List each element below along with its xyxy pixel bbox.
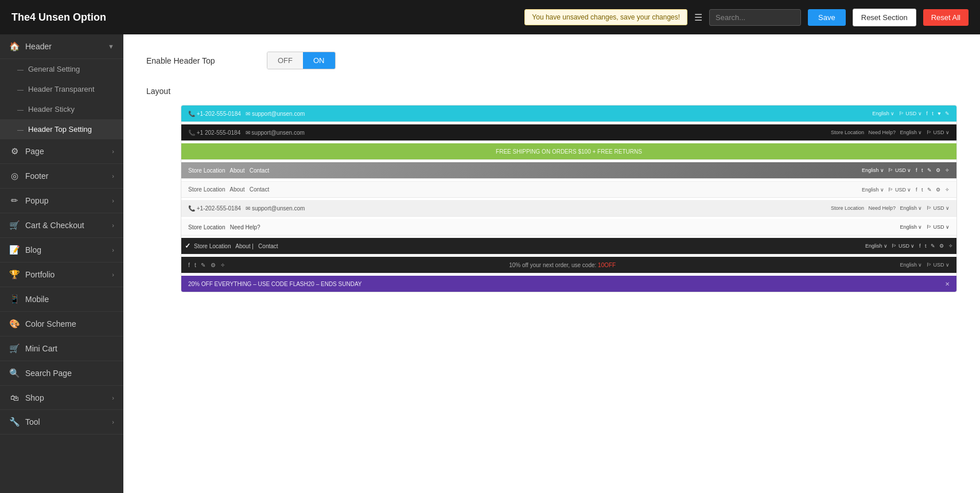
layout-options: 📞 +1-202-555-0184 ✉ support@unsen.com En… [181, 105, 957, 292]
enable-header-top-label: Enable Header Top [146, 56, 250, 65]
sidebar-item-blog-label: Blog [25, 245, 41, 255]
layout-row-8[interactable]: Store Location About | Contact English ∨… [181, 238, 956, 255]
layout-row-1[interactable]: 📞 +1-202-555-0184 ✉ support@unsen.com En… [181, 105, 956, 122]
search-page-icon: 🔍 [9, 368, 20, 378]
mobile-icon: 📱 [9, 294, 20, 304]
chevron-popup-icon: › [112, 197, 114, 204]
sidebar-item-shop[interactable]: 🛍 Shop › [0, 386, 123, 410]
portfolio-icon: 🏆 [9, 269, 20, 280]
sidebar-item-footer[interactable]: ◎ Footer › [0, 164, 123, 189]
sidebar-item-search-page[interactable]: 🔍 Search Page [0, 361, 123, 386]
sidebar-item-header[interactable]: 🏠 Header ▼ [0, 34, 123, 59]
layout-row-6[interactable]: 📞 +1-202-555-0184 ✉ support@unsen.com St… [181, 200, 956, 217]
sidebar-sub-header-transparent-label: Header Transparent [28, 85, 95, 93]
sidebar-item-mini-cart-label: Mini Cart [25, 344, 57, 353]
chevron-blog-icon: › [112, 246, 114, 253]
tool-icon: 🔧 [9, 417, 20, 427]
content-area: Enable Header Top OFF ON Layout 📞 +1-202… [123, 34, 980, 493]
sidebar-sub-header-sticky[interactable]: — Header Sticky [0, 99, 123, 119]
sidebar-item-mini-cart[interactable]: 🛒 Mini Cart [0, 337, 123, 361]
app-title: The4 Unsen Option [11, 11, 518, 24]
popup-icon: ✏ [9, 195, 20, 206]
search-input[interactable] [709, 9, 801, 26]
sidebar-item-color-scheme[interactable]: 🎨 Color Scheme [0, 312, 123, 337]
sidebar-item-header-label: Header [25, 42, 52, 51]
sidebar-item-tool-label: Tool [25, 417, 40, 427]
sidebar: 🏠 Header ▼ — General Setting — Header Tr… [0, 34, 123, 493]
layout-row-4[interactable]: Store Location About Contact English ∨ 🏳… [181, 162, 956, 179]
sidebar-sub-general-setting-label: General Setting [28, 65, 80, 73]
enable-header-top-row: Enable Header Top OFF ON [146, 52, 957, 69]
sidebar-item-color-scheme-label: Color Scheme [25, 319, 76, 328]
layout-options-container: 📞 +1-202-555-0184 ✉ support@unsen.com En… [181, 105, 957, 292]
sidebar-item-mobile-label: Mobile [25, 295, 49, 304]
layout-row-7[interactable]: Store Location Need Help? English ∨ 🏳 US… [181, 219, 956, 236]
layout-section: Layout 📞 +1-202-555-0184 ✉ support@unsen… [146, 87, 957, 292]
chevron-footer-icon: › [112, 173, 114, 179]
close-promo-icon[interactable]: ✕ [945, 281, 950, 287]
sidebar-item-shop-label: Shop [25, 393, 44, 402]
sidebar-item-blog[interactable]: 📝 Blog › [0, 238, 123, 263]
layout-row-9[interactable]: f t ✎ ⚙ ✧ 10% off your next order, use c… [181, 257, 956, 273]
sidebar-item-popup[interactable]: ✏ Popup › [0, 189, 123, 213]
main-layout: 🏠 Header ▼ — General Setting — Header Tr… [0, 34, 980, 493]
sidebar-sub-header-top-setting[interactable]: — Header Top Setting [0, 119, 123, 139]
sidebar-item-mobile[interactable]: 📱 Mobile [0, 287, 123, 312]
sidebar-item-cart-checkout[interactable]: 🛒 Cart & Checkout › [0, 213, 123, 238]
mini-cart-icon: 🛒 [9, 343, 20, 354]
sidebar-item-footer-label: Footer [25, 171, 48, 181]
top-bar: The4 Unsen Option You have unsaved chang… [0, 0, 980, 34]
sidebar-sub-header-sticky-label: Header Sticky [28, 105, 75, 114]
sidebar-item-portfolio-label: Portfolio [25, 270, 55, 279]
chevron-shop-icon: › [112, 394, 114, 401]
layout-row-3[interactable]: FREE SHIPPING ON ORDERS $100 + FREE RETU… [181, 143, 956, 160]
footer-icon: ◎ [9, 171, 20, 181]
sidebar-item-portfolio[interactable]: 🏆 Portfolio › [0, 263, 123, 287]
layout-row-2[interactable]: 📞 +1 202-555-0184 ✉ support@unsen.com St… [181, 124, 956, 141]
layout-row-5[interactable]: Store Location About Contact English ∨ 🏳… [181, 181, 956, 198]
toggle-on-button[interactable]: ON [303, 52, 335, 69]
save-button[interactable]: Save [808, 9, 846, 26]
blog-icon: 📝 [9, 245, 20, 255]
cart-icon: 🛒 [9, 220, 20, 230]
toggle-off-button[interactable]: OFF [267, 52, 303, 69]
sidebar-item-page-label: Page [25, 147, 44, 156]
layout-row-10[interactable]: 20% OFF EVERYTHING – USE CODE FLASH20 – … [181, 276, 956, 292]
sidebar-item-cart-label: Cart & Checkout [25, 221, 84, 230]
list-icon[interactable]: ☰ [694, 12, 702, 23]
unsaved-notice: You have unsaved changes, save your chan… [524, 9, 687, 25]
chevron-tool-icon: › [112, 418, 114, 425]
chevron-icon: ▼ [108, 43, 114, 50]
home-icon: 🏠 [9, 41, 20, 52]
sidebar-item-popup-label: Popup [25, 196, 48, 205]
shop-icon: 🛍 [9, 393, 20, 402]
page-icon: ⚙ [9, 146, 20, 156]
sidebar-item-tool[interactable]: 🔧 Tool › [0, 410, 123, 435]
toggle-group: OFF ON [267, 52, 336, 69]
sidebar-sub-general-setting[interactable]: — General Setting [0, 59, 123, 79]
sidebar-sub-header-top-setting-label: Header Top Setting [28, 125, 92, 134]
sidebar-item-page[interactable]: ⚙ Page › [0, 139, 123, 164]
layout-label: Layout [146, 87, 957, 96]
reset-all-button[interactable]: Reset All [923, 9, 969, 26]
chevron-page-icon: › [112, 148, 114, 155]
chevron-portfolio-icon: › [112, 271, 114, 278]
sidebar-sub-header-transparent[interactable]: — Header Transparent [0, 79, 123, 99]
chevron-cart-icon: › [112, 222, 114, 229]
reset-section-button[interactable]: Reset Section [853, 9, 916, 26]
sidebar-item-search-page-label: Search Page [25, 369, 72, 378]
color-scheme-icon: 🎨 [9, 319, 20, 329]
